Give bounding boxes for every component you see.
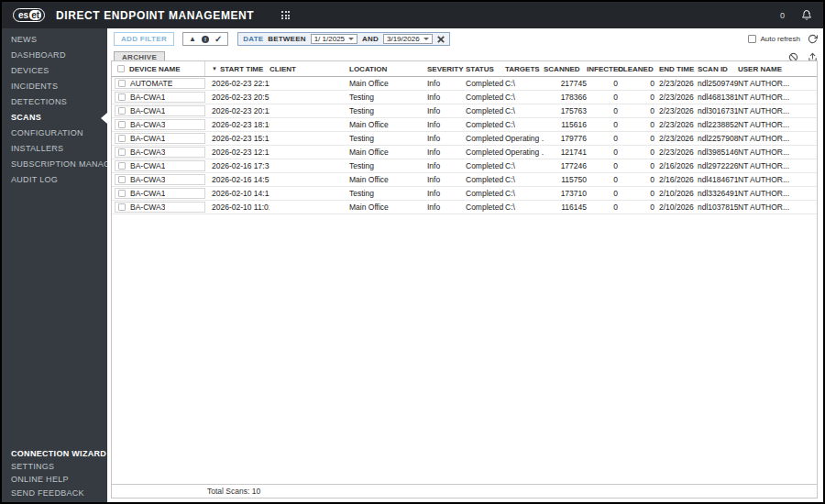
table-row[interactable]: BA-CWA3 2026-02-23 18:10:43 Main Office …: [112, 118, 817, 132]
cell-start-time: 2026-02-23 18:10:43: [212, 120, 270, 129]
sidebar-item-detections[interactable]: DETECTIONS: [2, 94, 107, 110]
row-checkbox[interactable]: [118, 176, 126, 183]
sidebar-item-dashboard[interactable]: DASHBOARD: [2, 48, 107, 63]
sidebar-item-subscription-management[interactable]: SUBSCRIPTION MANAGEMENT: [2, 157, 107, 172]
col-header-cleaned[interactable]: CLEANED: [618, 65, 654, 73]
row-checkbox[interactable]: [118, 148, 126, 156]
row-checkbox[interactable]: [118, 80, 126, 87]
row-checkbox[interactable]: [118, 107, 126, 115]
cell-scanned: 177246: [544, 161, 587, 170]
cell-scan-id: ndl3985146...: [698, 148, 738, 157]
cell-status: Completed: [466, 161, 505, 170]
cell-user-name: NT AUTHOR...: [738, 106, 817, 115]
cell-start-time: 2026-02-23 20:57:04: [212, 93, 270, 102]
col-header-user-name[interactable]: USER NAME: [738, 65, 817, 73]
col-header-targets[interactable]: TARGETS: [505, 65, 544, 73]
date-from-select[interactable]: 1/ 1/2025: [311, 34, 358, 44]
sidebar-item-installers[interactable]: INSTALLERS: [2, 141, 107, 157]
sidebar-item-online-help[interactable]: ONLINE HELP: [2, 473, 107, 486]
table-row[interactable]: BA-CWA1 2026-02-23 15:12:39 Testing Info…: [112, 132, 817, 146]
table-row[interactable]: BA-CWA1 2026-02-10 14:12:59 Testing Info…: [112, 187, 817, 201]
cell-cleaned: 0: [618, 79, 654, 88]
app-grid-icon[interactable]: [281, 11, 290, 19]
row-checkbox[interactable]: [118, 93, 126, 101]
cell-status: Completed: [466, 93, 505, 102]
row-checkbox[interactable]: [118, 190, 126, 197]
cell-device-name: BA-CWA3: [130, 175, 165, 184]
table-row[interactable]: BA-CWA3 2026-02-16 14:55:53 Main Office …: [112, 173, 817, 187]
bell-icon[interactable]: [801, 9, 812, 21]
cell-user-name: NT AUTHOR...: [738, 134, 817, 143]
cell-start-time: 2026-02-23 12:12:54: [212, 148, 270, 157]
cell-device-name: BA-CWA1: [130, 161, 165, 170]
cell-scan-id: ndl3326491...: [698, 189, 738, 198]
cell-infected: 0: [587, 93, 618, 102]
col-header-end-time[interactable]: END TIME: [654, 65, 698, 73]
row-checkbox[interactable]: [118, 135, 126, 142]
sidebar-item-news[interactable]: NEWS: [2, 32, 107, 48]
cell-severity: Info: [427, 148, 466, 157]
sidebar-item-send-feedback[interactable]: SEND FEEDBACK: [2, 487, 107, 499]
table-row[interactable]: BA-CWA1 2026-02-16 17:38:06 Testing Info…: [112, 159, 817, 173]
table-row[interactable]: BA-CWA1 2026-02-23 20:11:09 Testing Info…: [112, 104, 817, 118]
auto-refresh-checkbox[interactable]: [748, 35, 756, 43]
date-to-value: 3/19/2026: [387, 35, 420, 43]
col-header-scanned[interactable]: SCANNED: [544, 65, 587, 73]
add-filter-button[interactable]: ADD FILTER: [114, 32, 174, 46]
severity-filter-group[interactable]: ▲ ! ✓: [182, 32, 228, 46]
col-header-client[interactable]: CLIENT: [270, 65, 349, 73]
col-header-start-time[interactable]: START TIME: [220, 65, 263, 73]
cell-device-name: BA-CWA3: [130, 203, 165, 212]
cell-location: Testing: [349, 93, 427, 102]
cell-device-name: BA-CWA1: [130, 134, 165, 143]
col-header-infected[interactable]: INFECTED: [587, 65, 618, 73]
refresh-icon[interactable]: [808, 34, 818, 44]
cell-user-name: NT AUTHOR...: [738, 189, 817, 198]
row-checkbox[interactable]: [118, 162, 126, 170]
table-header-row: DEVICE NAME ▼ START TIME CLIENT LOCATION…: [112, 61, 817, 77]
cell-infected: 0: [587, 203, 618, 212]
cell-targets: Operating ...: [505, 148, 544, 157]
cell-device-name: BA-CWA1: [130, 189, 165, 198]
cell-scanned: 115750: [544, 175, 587, 184]
auto-refresh-label: Auto refresh: [760, 35, 800, 43]
auto-refresh-toggle[interactable]: Auto refresh: [748, 35, 800, 43]
cell-cleaned: 0: [618, 120, 654, 129]
error-circle-icon[interactable]: !: [202, 36, 209, 43]
cell-status: Completed: [466, 106, 505, 115]
sidebar-item-devices[interactable]: DEVICES: [2, 63, 107, 79]
cell-scanned: 115616: [544, 120, 587, 129]
row-checkbox[interactable]: [118, 121, 126, 128]
cell-severity: Info: [427, 189, 466, 198]
sidebar-item-incidents[interactable]: INCIDENTS: [2, 79, 107, 94]
col-header-device-name[interactable]: DEVICE NAME: [129, 65, 181, 73]
date-filter-group: DATE BETWEEN 1/ 1/2025 AND 3/19/2026: [237, 32, 449, 46]
cell-severity: Info: [427, 161, 466, 170]
sidebar-item-configuration[interactable]: CONFIGURATION: [2, 126, 107, 141]
cell-severity: Info: [427, 120, 466, 129]
cell-targets: C:\: [505, 189, 544, 198]
table-row[interactable]: BA-CWA3 2026-02-23 12:12:54 Main Office …: [112, 146, 817, 159]
warning-triangle-icon[interactable]: ▲: [189, 36, 196, 43]
cell-start-time: 2026-02-16 14:55:53: [212, 175, 270, 184]
col-header-scan-id[interactable]: SCAN ID: [698, 65, 738, 73]
cell-status: Completed: [466, 79, 505, 88]
ok-check-icon[interactable]: ✓: [214, 35, 222, 44]
table-row[interactable]: AUTOMATE 2026-02-23 22:11:24 Main Office…: [112, 77, 817, 91]
row-checkbox[interactable]: [118, 203, 126, 211]
sidebar-item-connection-wizard[interactable]: CONNECTION WIZARD *NEW*: [2, 447, 107, 460]
sidebar-item-audit-log[interactable]: AUDIT LOG: [2, 172, 107, 188]
table-row[interactable]: BA-CWA1 2026-02-23 20:57:04 Testing Info…: [112, 91, 817, 104]
cell-cleaned: 0: [618, 203, 654, 212]
sidebar-item-scans[interactable]: SCANS: [2, 110, 107, 126]
cell-end-time: 2/10/2026: [654, 189, 698, 198]
date-to-select[interactable]: 3/19/2026: [383, 34, 433, 44]
cell-targets: C:\: [505, 93, 544, 102]
table-row[interactable]: BA-CWA3 2026-02-10 11:01:02 Main Office …: [112, 201, 817, 214]
col-header-severity[interactable]: SEVERITY: [427, 65, 466, 73]
select-all-checkbox[interactable]: [117, 65, 125, 72]
col-header-location[interactable]: LOCATION: [349, 65, 427, 73]
col-header-status[interactable]: STATUS: [466, 65, 505, 73]
sidebar-item-settings[interactable]: SETTINGS: [2, 460, 107, 473]
remove-date-filter-icon[interactable]: [437, 36, 445, 43]
